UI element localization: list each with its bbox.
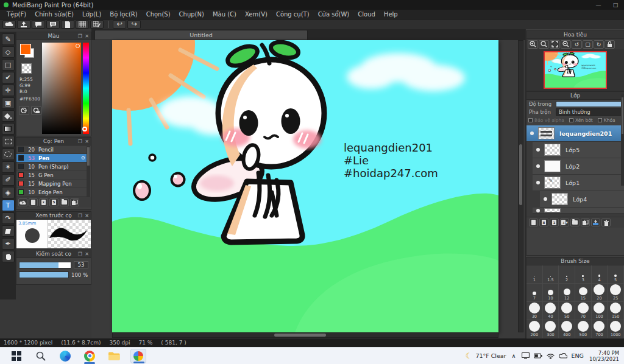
- brush-size-option[interactable]: 700: [592, 320, 608, 338]
- layer-visibility-icon[interactable]: [536, 164, 540, 168]
- menu-item[interactable]: Chọn(S): [142, 11, 175, 18]
- brush-size-option[interactable]: 2: [559, 265, 575, 284]
- menu-item[interactable]: Chỉnh sửa(E): [30, 11, 78, 18]
- start-button[interactable]: [9, 349, 24, 363]
- rotate-right-icon[interactable]: ↻: [594, 40, 604, 49]
- script-brush-icon[interactable]: S: [49, 198, 58, 206]
- cloud-brush-icon[interactable]: [18, 198, 27, 206]
- menu-item[interactable]: Chụp(N): [175, 11, 208, 18]
- brush-menu-icon[interactable]: ▾: [39, 198, 48, 206]
- zoom-out-icon[interactable]: [561, 40, 571, 49]
- menu-item[interactable]: Cloud: [353, 11, 380, 18]
- close-icon[interactable]: ✕: [85, 139, 89, 144]
- comment-icon[interactable]: [32, 20, 45, 29]
- brush-size-option[interactable]: 10: [543, 284, 559, 302]
- fill-shape-tool[interactable]: ▣: [2, 97, 15, 109]
- bucket-tool[interactable]: [2, 110, 15, 122]
- layer-visibility-icon[interactable]: [536, 181, 540, 184]
- merge-layer-icon[interactable]: [591, 219, 600, 226]
- lock-checkbox[interactable]: Khóa: [598, 117, 615, 123]
- brush-size-option[interactable]: 40: [543, 302, 559, 320]
- menu-item[interactable]: Xem(V): [241, 11, 272, 18]
- menu-item[interactable]: Tệp(F): [2, 11, 30, 18]
- maximize-button[interactable]: □: [607, 2, 624, 8]
- layer-item-partial[interactable]: [533, 208, 624, 214]
- layer-item[interactable]: Lớp5: [533, 142, 624, 158]
- add-layer-menu-icon[interactable]: +▾: [560, 219, 569, 226]
- menu-item[interactable]: Cửa sổ(W): [314, 11, 354, 18]
- brush-size-option[interactable]: 5: [608, 265, 624, 284]
- brush-size-option[interactable]: 70: [575, 302, 592, 320]
- menu-item[interactable]: Lớp(L): [78, 11, 105, 18]
- layer-item[interactable]: Lớp1: [533, 175, 624, 191]
- clock[interactable]: 7:40 PM 10/23/2021: [589, 350, 619, 362]
- grid-icon[interactable]: [76, 20, 89, 29]
- edge-browser-button[interactable]: [57, 349, 73, 363]
- brush-size-option[interactable]: 7: [526, 284, 543, 302]
- close-icon[interactable]: ✕: [85, 33, 89, 39]
- brush-size-option[interactable]: 30: [526, 302, 543, 320]
- brush-size-option[interactable]: 300: [543, 320, 559, 338]
- brush-size-option[interactable]: 20: [592, 284, 608, 302]
- layer-visibility-icon[interactable]: [536, 148, 540, 152]
- shape-tool[interactable]: □: [2, 59, 15, 71]
- brush-settings-icon[interactable]: ⚙: [81, 155, 85, 161]
- menu-item[interactable]: Bộ lọc(R): [105, 11, 141, 18]
- menu-item[interactable]: Công cụ(T): [272, 11, 314, 18]
- zoom-in-icon[interactable]: [528, 40, 538, 49]
- cloud-icon[interactable]: [2, 20, 16, 29]
- medibang-app-button[interactable]: [130, 349, 146, 363]
- brush-tool[interactable]: ✎: [2, 33, 15, 45]
- layer-opacity-slider[interactable]: [556, 101, 622, 107]
- lock-icon[interactable]: [604, 40, 615, 49]
- minimize-button[interactable]: —: [590, 2, 607, 8]
- brush-item[interactable]: 10Pen (Sharp): [16, 163, 87, 171]
- clipping-checkbox[interactable]: Xén bớt: [569, 117, 593, 123]
- layer-visibility-icon[interactable]: [536, 209, 540, 212]
- search-button[interactable]: [33, 349, 49, 363]
- palette-web-icon[interactable]: [31, 106, 41, 115]
- layer-item[interactable]: Lớp4: [540, 191, 624, 208]
- menu-item[interactable]: Help: [380, 11, 402, 18]
- comment-lines-icon[interactable]: [46, 20, 60, 29]
- upload-icon[interactable]: [17, 20, 30, 29]
- brush-size-option[interactable]: 50: [559, 302, 575, 320]
- navigator-thumbnail[interactable]: [544, 51, 607, 89]
- new-folder-icon[interactable]: [570, 219, 580, 226]
- brush-item[interactable]: 53Pen⚙: [16, 154, 87, 163]
- select-eraser-tool[interactable]: ◈: [2, 187, 15, 198]
- close-icon[interactable]: ✕: [85, 251, 89, 257]
- battery-icon[interactable]: [534, 353, 542, 359]
- brush-size-slider[interactable]: [19, 262, 71, 268]
- chrome-browser-button[interactable]: [82, 349, 98, 363]
- soft-eraser-tool[interactable]: [2, 225, 15, 237]
- hue-slider[interactable]: [83, 43, 89, 134]
- saturation-value-picker[interactable]: [42, 43, 81, 134]
- document-icon[interactable]: [61, 20, 74, 29]
- eraser-tool[interactable]: ◇: [2, 46, 15, 58]
- fit-screen-icon[interactable]: [550, 40, 560, 49]
- canvas-horizontal-scrollbar[interactable]: [112, 332, 498, 338]
- layer-visibility-icon[interactable]: [530, 131, 534, 135]
- brush-size-option[interactable]: 400: [559, 320, 575, 338]
- brush-size-option[interactable]: 150: [608, 302, 624, 320]
- canvas-vertical-scrollbar[interactable]: [518, 40, 523, 332]
- onedrive-icon[interactable]: [559, 353, 567, 359]
- brush-size-option[interactable]: 500: [575, 320, 592, 338]
- popout-icon[interactable]: ❐: [78, 251, 82, 257]
- popout-icon[interactable]: ❐: [78, 213, 82, 219]
- wifi-icon[interactable]: [547, 353, 555, 359]
- rotate-view-tool[interactable]: ↷: [2, 212, 15, 224]
- menu-item[interactable]: Màu (C): [208, 11, 241, 18]
- move-tool[interactable]: ✛: [2, 85, 15, 96]
- brush-size-option[interactable]: 15: [575, 284, 592, 302]
- brush-size-option[interactable]: 1000: [608, 320, 624, 338]
- duplicate-layer-icon[interactable]: [581, 219, 590, 226]
- delete-layer-icon[interactable]: [601, 219, 611, 226]
- gradient-tool[interactable]: [2, 123, 15, 135]
- transparent-swatch[interactable]: [21, 63, 32, 74]
- file-explorer-button[interactable]: [106, 349, 122, 363]
- brush-size-option[interactable]: 1.5: [543, 265, 559, 284]
- brush-item[interactable]: 20Pencil: [16, 145, 87, 154]
- brush-size-value[interactable]: 53: [74, 261, 88, 268]
